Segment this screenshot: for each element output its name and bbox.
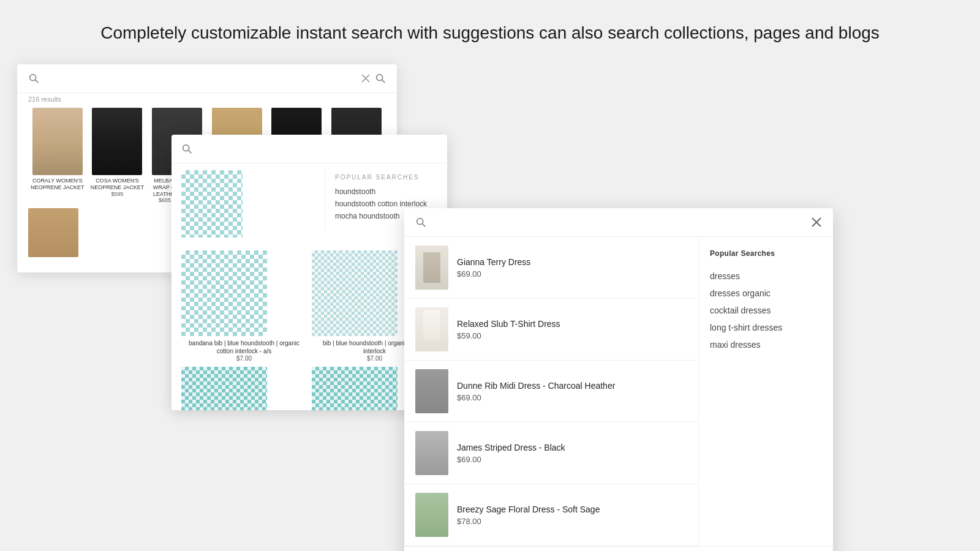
- list-item[interactable]: Relaxed Slub T-Shirt Dress $59.00: [404, 299, 698, 361]
- list-item[interactable]: James Striped Dress - Black $69.00: [404, 422, 698, 484]
- search-icon: [28, 73, 39, 84]
- svg-point-0: [30, 75, 36, 81]
- svg-line-7: [189, 151, 192, 154]
- product-list: Gianna Terry Dress $69.00 Relaxed Slub T…: [404, 237, 698, 546]
- product-thumbnail: [415, 431, 448, 475]
- product-thumbnail: [415, 493, 448, 537]
- list-item[interactable]: Breezy Sage Floral Dress - Soft Sage $78…: [404, 484, 698, 546]
- search-results-body: Gianna Terry Dress $69.00 Relaxed Slub T…: [404, 237, 833, 546]
- product-info: Breezy Sage Floral Dress - Soft Sage $78…: [457, 504, 687, 526]
- list-item: COSA WOMEN'S NEOPRENE JACKET $595: [88, 108, 147, 203]
- list-item[interactable]: Dunne Rib Midi Dress - Charcoal Heather …: [404, 361, 698, 422]
- product-image: [181, 250, 267, 336]
- product-label: COSA WOMEN'S NEOPRENE JACKET: [88, 178, 147, 191]
- popular-searches-title: Popular Searches: [710, 249, 822, 258]
- popular-search-item[interactable]: houndstooth: [335, 186, 437, 198]
- product-price: $595: [111, 191, 123, 197]
- list-item: bandana bib | blue houndstooth | organic…: [181, 250, 307, 362]
- svg-line-1: [36, 80, 39, 83]
- clear-icon[interactable]: [361, 74, 370, 83]
- product-info: Dunne Rib Midi Dress - Charcoal Heather …: [457, 381, 687, 402]
- product-price: $78.00: [457, 517, 687, 526]
- product-price: $7.00: [181, 355, 307, 362]
- product-thumbnail: [415, 307, 448, 351]
- svg-line-5: [382, 80, 385, 83]
- sidebar-search-item-cocktail[interactable]: cocktail dresses: [710, 302, 822, 319]
- product-price: $69.00: [457, 393, 687, 402]
- product-image: [92, 108, 142, 175]
- product-name: James Striped Dress - Black: [457, 443, 687, 452]
- product-price: $69.00: [457, 269, 687, 279]
- svg-line-9: [423, 224, 426, 227]
- list-item: classic legging | blue houndstooth | org…: [181, 367, 307, 410]
- product-image: [312, 250, 398, 336]
- results-count: 216 results: [17, 93, 397, 105]
- product-image: [32, 108, 83, 175]
- main-search-card: dresses Gianna Terry Dress $69.00: [404, 208, 833, 551]
- product-name: Breezy Sage Floral Dress - Soft Sage: [457, 504, 687, 514]
- product-image: [312, 367, 398, 410]
- product-image: [181, 367, 267, 410]
- search-header: dresses: [404, 208, 833, 237]
- svg-point-8: [417, 219, 423, 225]
- product-info: Gianna Terry Dress $69.00: [457, 257, 687, 279]
- product-thumbnail: [415, 369, 448, 413]
- search-icon: [415, 217, 426, 228]
- search-icon: [181, 143, 192, 154]
- neopr-search-input[interactable]: neopr: [44, 73, 356, 84]
- sidebar-search-item-dresses-organic[interactable]: dresses organic: [710, 285, 822, 302]
- product-name: Relaxed Slub T-Shirt Dress: [457, 319, 687, 329]
- product-price: $59.00: [457, 331, 687, 340]
- product-price: $69.00: [457, 455, 687, 464]
- svg-point-4: [377, 75, 383, 81]
- list-item[interactable]: Gianna Terry Dress $69.00: [404, 237, 698, 299]
- product-info: James Striped Dress - Black $69.00: [457, 443, 687, 464]
- sidebar-search-item-dresses[interactable]: dresses: [710, 268, 822, 285]
- sidebar-search-item-long-tshirt[interactable]: long t-shirt dresses: [710, 319, 822, 336]
- product-title: bandana bib | blue houndstooth | organic…: [181, 339, 307, 355]
- popular-searches-title: POPULAR SEARCHES: [335, 174, 437, 181]
- list-item: CORALY WOMEN'S NEOPRENE JACKET: [28, 108, 87, 203]
- close-icon[interactable]: [811, 217, 822, 228]
- sidebar-search-item-maxi[interactable]: maxi dresses: [710, 336, 822, 353]
- product-label: CORALY WOMEN'S NEOPRENE JACKET: [28, 178, 87, 191]
- houndstooth-search-input[interactable]: houndstooth|: [198, 144, 437, 154]
- product-info: Relaxed Slub T-Shirt Dress $59.00: [457, 319, 687, 340]
- svg-point-6: [183, 145, 189, 151]
- headline: Completely customizable instant search w…: [64, 0, 916, 56]
- dresses-search-input[interactable]: dresses: [434, 217, 804, 228]
- product-thumbnail: [415, 246, 448, 290]
- product-name: Dunne Rib Midi Dress - Charcoal Heather: [457, 381, 687, 391]
- popular-searches-sidebar: Popular Searches dresses dresses organic…: [698, 237, 833, 546]
- show-all-results-button[interactable]: Show All Results: [404, 546, 833, 551]
- product-image: [28, 208, 78, 257]
- search-submit-icon[interactable]: [375, 73, 386, 84]
- product-name: Gianna Terry Dress: [457, 257, 687, 267]
